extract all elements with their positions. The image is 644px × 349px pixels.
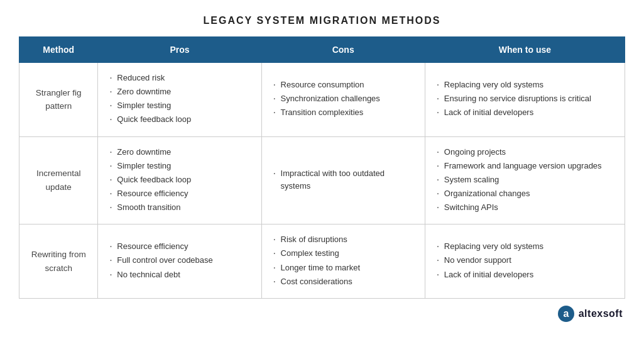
pros-item: Zero downtime bbox=[108, 146, 251, 158]
header-cons: Cons bbox=[261, 37, 425, 63]
when-item: Replacing very old systems bbox=[435, 79, 614, 91]
cons-item: Risk of disruptions bbox=[272, 233, 415, 246]
pros-item: No technical debt bbox=[108, 269, 251, 281]
logo-container: a altexsoft bbox=[557, 305, 623, 323]
header-pros: Pros bbox=[98, 37, 261, 63]
method-cell-1: Incremental update bbox=[19, 136, 98, 224]
when-item: System scaling bbox=[435, 174, 614, 186]
when-item: Organizational changes bbox=[435, 187, 614, 200]
when-cell-0: Replacing very old systemsEnsuring no se… bbox=[425, 63, 625, 137]
pros-item: Simpler testing bbox=[108, 160, 251, 172]
cons-cell-0: Resource consumptionSynchronization chal… bbox=[261, 63, 425, 137]
method-cell-2: Rewriting from scratch bbox=[19, 224, 98, 299]
pros-item: Resource efficiency bbox=[108, 240, 251, 253]
when-item: Replacing very old systems bbox=[435, 240, 614, 253]
svg-text:a: a bbox=[563, 308, 569, 319]
pros-item: Resource efficiency bbox=[108, 187, 251, 200]
when-item: Ongoing projects bbox=[435, 146, 614, 158]
pros-item: Reduced risk bbox=[108, 72, 251, 84]
when-cell-1: Ongoing projectsFramework and language v… bbox=[425, 136, 625, 224]
altexsoft-logo-icon: a bbox=[557, 305, 575, 323]
pros-cell-1: Zero downtimeSimpler testingQuick feedba… bbox=[98, 136, 261, 224]
pros-item: Full control over codebase bbox=[108, 254, 251, 267]
pros-item: Quick feedback loop bbox=[108, 174, 251, 186]
table-row: Strangler fig patternReduced riskZero do… bbox=[19, 63, 625, 137]
when-item: Lack of initial developers bbox=[435, 106, 614, 119]
when-item: No vendor support bbox=[435, 254, 614, 267]
when-item: Switching APIs bbox=[435, 201, 614, 214]
cons-item: Resource consumption bbox=[272, 79, 415, 91]
cons-item: Cost considerations bbox=[272, 275, 415, 288]
page-wrapper: LEGACY SYSTEM MIGRATION METHODS Method P… bbox=[0, 0, 644, 349]
pros-cell-0: Reduced riskZero downtimeSimpler testing… bbox=[98, 63, 261, 137]
when-item: Framework and language version upgrades bbox=[435, 160, 614, 172]
logo-text: altexsoft bbox=[579, 308, 623, 319]
table-row: Rewriting from scratchResource efficienc… bbox=[19, 224, 625, 299]
pros-item: Quick feedback loop bbox=[108, 113, 251, 126]
cons-item: Transition complexities bbox=[272, 106, 415, 119]
cons-item: Synchronization challenges bbox=[272, 92, 415, 105]
footer: a altexsoft bbox=[19, 305, 625, 323]
migration-table: Method Pros Cons When to use Strangler f… bbox=[19, 36, 625, 299]
pros-item: Smooth transition bbox=[108, 201, 251, 214]
when-item: Lack of initial developers bbox=[435, 269, 614, 281]
table-row: Incremental updateZero downtimeSimpler t… bbox=[19, 136, 625, 224]
header-method: Method bbox=[19, 37, 98, 63]
when-cell-2: Replacing very old systemsNo vendor supp… bbox=[425, 224, 625, 299]
when-item: Ensuring no service disruptions is criti… bbox=[435, 92, 614, 105]
method-cell-0: Strangler fig pattern bbox=[19, 63, 98, 137]
pros-item: Simpler testing bbox=[108, 99, 251, 112]
cons-cell-1: Impractical with too outdated systems bbox=[261, 136, 425, 224]
cons-item: Complex testing bbox=[272, 247, 415, 260]
page-title: LEGACY SYSTEM MIGRATION METHODS bbox=[19, 15, 625, 26]
pros-item: Zero downtime bbox=[108, 86, 251, 98]
cons-item: Longer time to market bbox=[272, 262, 415, 274]
cons-item: Impractical with too outdated systems bbox=[272, 167, 415, 192]
pros-cell-2: Resource efficiencyFull control over cod… bbox=[98, 224, 261, 299]
cons-cell-2: Risk of disruptionsComplex testingLonger… bbox=[261, 224, 425, 299]
header-when: When to use bbox=[425, 37, 625, 63]
